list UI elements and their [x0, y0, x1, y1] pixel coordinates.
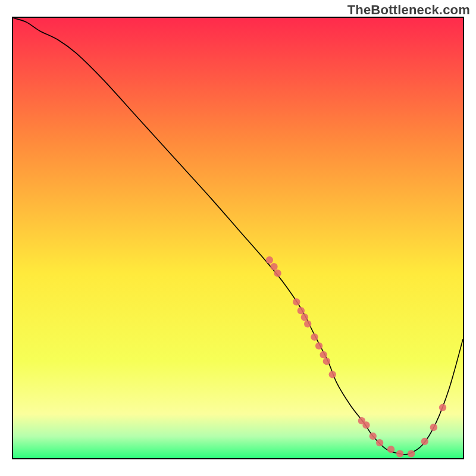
data-marker — [387, 446, 394, 453]
data-marker — [270, 263, 277, 270]
data-marker — [369, 433, 377, 440]
data-marker — [362, 421, 369, 428]
data-marker — [430, 424, 437, 431]
data-marker — [315, 342, 322, 349]
data-marker — [323, 358, 330, 365]
data-marker — [298, 307, 305, 314]
data-marker — [304, 320, 311, 327]
gradient-background — [13, 18, 463, 458]
data-marker — [311, 333, 318, 340]
data-marker — [266, 256, 273, 264]
data-marker — [421, 438, 428, 445]
data-marker — [408, 450, 415, 457]
data-marker — [376, 439, 383, 446]
plot-frame — [12, 17, 464, 459]
chart-stage: TheBottleneck.com — [0, 0, 476, 476]
plot-svg — [13, 18, 463, 458]
data-marker — [396, 450, 403, 457]
data-marker — [301, 314, 308, 321]
data-marker — [293, 298, 300, 305]
data-marker — [320, 351, 327, 358]
data-marker — [439, 404, 446, 411]
data-marker — [329, 371, 336, 378]
data-marker — [274, 270, 281, 277]
watermark-text: TheBottleneck.com — [347, 2, 470, 18]
